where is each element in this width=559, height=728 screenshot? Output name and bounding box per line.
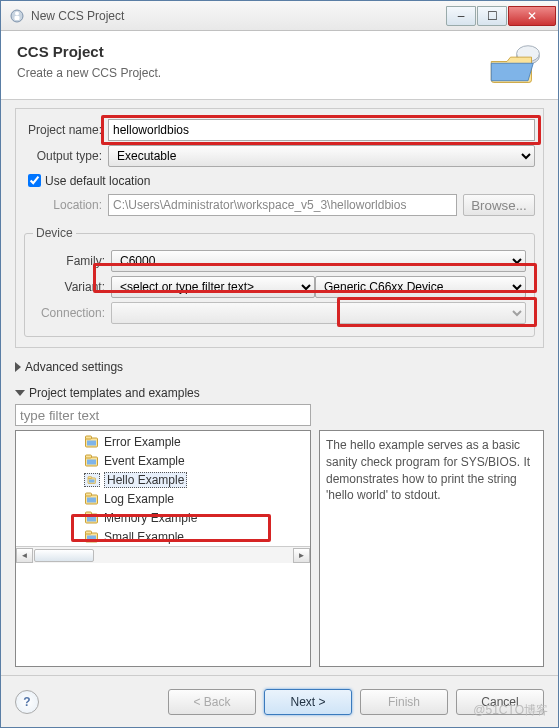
app-icon (9, 8, 25, 24)
use-default-location-checkbox[interactable] (28, 174, 41, 187)
titlebar[interactable]: New CCS Project – ☐ ✕ (1, 1, 558, 31)
template-icon (84, 473, 100, 487)
svg-rect-12 (88, 476, 92, 478)
svg-rect-6 (86, 436, 92, 439)
templates-toggle[interactable]: Project templates and examples (15, 386, 544, 400)
project-name-row: Project name: (24, 119, 535, 141)
button-bar: ? < Back Next > Finish Cancel (1, 675, 558, 727)
scroll-right-arrow[interactable]: ► (293, 548, 310, 563)
template-icon (84, 530, 100, 544)
svg-rect-13 (89, 479, 95, 482)
device-legend: Device (33, 226, 76, 240)
project-name-label: Project name: (24, 123, 108, 137)
close-button[interactable]: ✕ (508, 6, 556, 26)
templates-tree[interactable]: Error ExampleEvent ExampleHello ExampleL… (15, 430, 311, 667)
output-type-row: Output type: Executable (24, 145, 535, 167)
use-default-location-label: Use default location (45, 174, 150, 188)
scroll-thumb[interactable] (34, 549, 94, 562)
chevron-down-icon (15, 390, 25, 396)
template-icon (84, 511, 100, 525)
svg-rect-21 (86, 531, 92, 534)
chevron-right-icon (15, 362, 21, 372)
dialog-header: CCS Project Create a new CCS Project. (1, 31, 558, 100)
folder-icon (486, 43, 542, 87)
template-description: The hello example serves as a basic sani… (319, 430, 544, 667)
template-label: Memory Example (104, 511, 197, 525)
project-name-input[interactable] (108, 119, 535, 141)
svg-rect-19 (87, 516, 96, 521)
dialog-title: CCS Project (17, 43, 486, 60)
cancel-button[interactable]: Cancel (456, 689, 544, 715)
templates-area: Error ExampleEvent ExampleHello ExampleL… (15, 430, 544, 667)
svg-rect-22 (87, 535, 96, 540)
template-label: Error Example (104, 435, 181, 449)
minimize-button[interactable]: – (446, 6, 476, 26)
template-item[interactable]: Error Example (16, 432, 310, 451)
maximize-button[interactable]: ☐ (477, 6, 507, 26)
location-input (108, 194, 457, 216)
window-title: New CCS Project (31, 9, 446, 23)
connection-label: Connection: (33, 306, 111, 320)
template-label: Log Example (104, 492, 174, 506)
svg-rect-15 (86, 493, 92, 496)
use-default-location-row: Use default location (24, 171, 535, 190)
svg-rect-18 (86, 512, 92, 515)
horizontal-scrollbar[interactable]: ◄ ► (16, 546, 310, 563)
svg-rect-16 (87, 497, 96, 502)
connection-select (111, 302, 526, 324)
template-label: Hello Example (104, 472, 187, 488)
back-button[interactable]: < Back (168, 689, 256, 715)
variant-label: Variant: (33, 280, 111, 294)
svg-point-1 (15, 11, 19, 15)
template-item[interactable]: Small Example (16, 527, 310, 546)
location-label: Location: (24, 198, 108, 212)
svg-rect-10 (87, 459, 96, 464)
template-icon (84, 435, 100, 449)
scroll-left-arrow[interactable]: ◄ (16, 548, 33, 563)
template-item[interactable]: Log Example (16, 489, 310, 508)
location-row: Location: Browse... (24, 194, 535, 216)
svg-rect-9 (86, 455, 92, 458)
template-item[interactable]: Hello Example (16, 470, 310, 489)
templates-filter-input[interactable] (15, 404, 311, 426)
template-label: Event Example (104, 454, 185, 468)
finish-button[interactable]: Finish (360, 689, 448, 715)
template-item[interactable]: Event Example (16, 451, 310, 470)
browse-button: Browse... (463, 194, 535, 216)
dialog-subtitle: Create a new CCS Project. (17, 66, 486, 80)
svg-rect-2 (15, 16, 20, 20)
dialog-content: Project name: Output type: Executable Us… (1, 100, 558, 675)
template-icon (84, 454, 100, 468)
device-fieldset: Device Family: C6000 Variant: <select or… (24, 226, 535, 337)
template-icon (84, 492, 100, 506)
svg-rect-7 (87, 440, 96, 445)
dialog-window: New CCS Project – ☐ ✕ CCS Project Create… (0, 0, 559, 728)
help-button[interactable]: ? (15, 690, 39, 714)
family-label: Family: (33, 254, 111, 268)
output-type-select[interactable]: Executable (108, 145, 535, 167)
family-select[interactable]: C6000 (111, 250, 526, 272)
output-type-label: Output type: (24, 149, 108, 163)
advanced-settings-toggle[interactable]: Advanced settings (15, 360, 544, 374)
next-button[interactable]: Next > (264, 689, 352, 715)
template-label: Small Example (104, 530, 184, 544)
variant-select[interactable]: Generic C66xx Device (315, 276, 526, 298)
template-item[interactable]: Memory Example (16, 508, 310, 527)
variant-filter-select[interactable]: <select or type filter text> (111, 276, 315, 298)
